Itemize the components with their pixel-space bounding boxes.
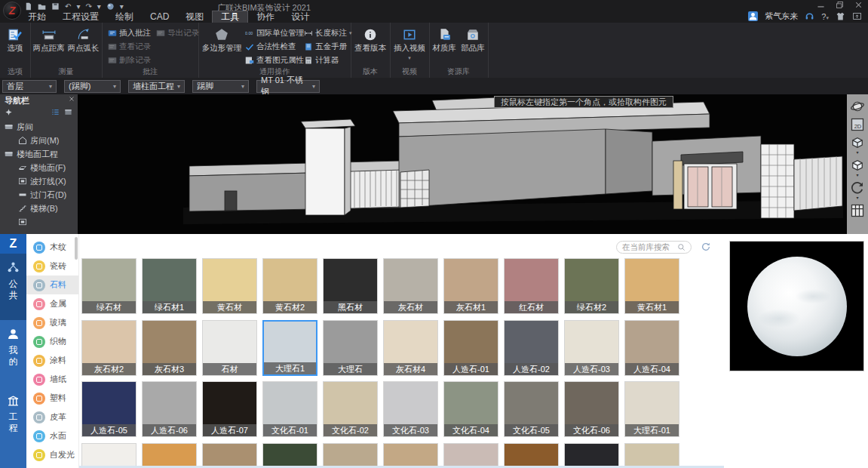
material-swatch[interactable]: 灰石材2 (81, 320, 136, 376)
material-swatch[interactable] (504, 443, 559, 468)
material-swatch[interactable]: 黄石材1 (624, 258, 679, 314)
tree-item[interactable]: 楼地面(F) (0, 161, 78, 174)
two-point-arc-button[interactable]: 两点弧长 (66, 25, 100, 70)
material-swatch[interactable]: 灰石材3 (142, 320, 197, 376)
category-金属[interactable]: 金属 (26, 294, 78, 313)
polygon-manage-button[interactable]: 多边形管理 (200, 25, 244, 70)
rail-tab-公共[interactable]: 公共 (0, 254, 26, 320)
navigator-close-icon[interactable] (69, 96, 75, 102)
material-swatch[interactable]: 人造石-07 (202, 381, 257, 437)
material-swatch[interactable]: 石材 (202, 320, 257, 376)
category-玻璃[interactable]: 玻璃 (26, 313, 78, 332)
component-library-button[interactable]: 部品库 (459, 25, 486, 70)
category-涂料[interactable]: 涂料 (26, 351, 78, 370)
material-swatch[interactable] (142, 443, 197, 468)
material-swatch[interactable]: 人造石-06 (142, 381, 197, 437)
material-swatch[interactable] (323, 443, 378, 468)
view-tool-schedule[interactable] (849, 203, 866, 218)
material-swatch[interactable] (564, 443, 619, 468)
save-icon[interactable] (51, 2, 60, 11)
theme-shirt-icon[interactable] (836, 11, 845, 21)
options-button[interactable]: 选项 (2, 25, 29, 70)
view-version-button[interactable]: 查看版本 (352, 25, 388, 70)
new-file-icon[interactable] (24, 2, 32, 11)
rail-tab-我的[interactable]: 我的 (0, 320, 26, 386)
view-tool-orbit[interactable] (849, 99, 866, 114)
material-swatch[interactable] (624, 443, 679, 468)
rail-tab-工程[interactable]: 工程 (0, 386, 26, 453)
category-瓷砖[interactable]: 瓷砖 (26, 257, 78, 276)
insert-annotation-button[interactable]: 插入批注 (108, 27, 151, 39)
material-swatch[interactable] (81, 443, 136, 468)
material-swatch[interactable]: 人造石-04 (624, 320, 679, 376)
material-swatch[interactable]: 大理石 (323, 320, 378, 376)
material-swatch[interactable]: 绿石材1 (142, 258, 197, 314)
element-props-button[interactable]: 查看图元属性 (245, 54, 304, 66)
combo-0[interactable]: 首层▾ (2, 80, 57, 93)
two-point-distance-button[interactable]: 两点距离 (32, 25, 66, 70)
material-swatch[interactable] (443, 443, 498, 468)
tree-item[interactable]: 房间(M) (0, 134, 78, 147)
material-swatch[interactable]: 人造石-05 (81, 381, 136, 437)
category-木纹[interactable]: 木纹 (26, 238, 78, 257)
category-墙纸[interactable]: 墙纸 (26, 370, 78, 389)
view-record-button[interactable]: 查看记录 (108, 41, 151, 53)
redo-dropdown-icon[interactable]: ▾ (97, 2, 101, 11)
delete-record-button[interactable]: 删除记录 (108, 54, 151, 66)
viewport-3d[interactable]: 按鼠标左键指定第一个角点，或拾取构件图元 (78, 94, 847, 234)
hardware-manual-button[interactable]: 五金手册 (304, 41, 347, 53)
material-swatch[interactable]: 文化石-04 (443, 381, 498, 437)
redo-icon[interactable]: ↷ (85, 2, 91, 11)
tree-item-partial[interactable] (0, 215, 78, 229)
material-swatch[interactable]: 大理石-01 (624, 381, 679, 437)
refresh-icon[interactable] (701, 242, 711, 252)
undo-icon[interactable]: ↶ (65, 2, 71, 11)
tree-group[interactable]: 楼地面工程 (0, 147, 78, 161)
material-swatch[interactable]: 人造石-01 (443, 320, 498, 376)
legality-check-button[interactable]: 合法性检查 (245, 41, 296, 53)
category-水面[interactable]: 水面 (26, 426, 78, 445)
nav-panel-icon[interactable] (64, 108, 72, 116)
restore-icon[interactable] (835, 0, 845, 10)
material-swatch[interactable]: 文化石-03 (383, 381, 438, 437)
material-swatch[interactable]: 黑石材 (323, 258, 378, 314)
export-record-button[interactable]: 导出记录 (156, 27, 199, 39)
material-swatch[interactable]: 文化石-06 (564, 381, 619, 437)
category-织物[interactable]: 织物 (26, 332, 78, 351)
calculator-button[interactable]: 计算器 (304, 54, 339, 66)
material-swatch[interactable]: 灰石材1 (443, 258, 498, 314)
material-swatch[interactable]: 灰石材 (383, 258, 438, 314)
combo-2[interactable]: 墙柱面工程▾ (128, 80, 185, 93)
material-swatch[interactable]: 绿石材 (81, 258, 136, 314)
customize-icon[interactable] (106, 2, 115, 11)
tree-item[interactable]: 楼梯(B) (0, 202, 78, 215)
material-swatch[interactable]: 黄石材 (202, 258, 257, 314)
category-皮革[interactable]: 皮革 (26, 408, 78, 426)
app-logo-icon[interactable]: Z (3, 2, 21, 20)
headset-icon[interactable] (805, 11, 814, 21)
search-input[interactable]: 在当前库搜索 (616, 241, 692, 254)
nav-list-icon[interactable] (51, 108, 60, 116)
combo-1[interactable]: (踢脚)▾ (64, 80, 121, 93)
material-swatch[interactable]: 文化石-05 (504, 381, 559, 437)
open-folder-icon[interactable] (38, 2, 46, 11)
panel-toggle-icon[interactable] (852, 11, 862, 21)
material-swatch[interactable]: 大理石1 (262, 320, 317, 376)
material-swatch[interactable]: 灰石材4 (383, 320, 438, 376)
nav-pin-icon[interactable] (5, 108, 13, 116)
view-tool-cube-front[interactable]: ▾ (849, 158, 866, 177)
insert-video-button[interactable]: 插入视频 ▾ (391, 25, 428, 70)
material-swatch[interactable] (202, 443, 257, 468)
close-icon[interactable] (854, 0, 863, 10)
material-swatch[interactable]: 红石材 (504, 258, 559, 314)
tree-item[interactable]: 波打线(X) (0, 174, 78, 188)
category-塑料[interactable]: 塑料 (26, 389, 78, 408)
view-tool-cube-iso[interactable]: ▾ (849, 135, 866, 155)
material-swatch[interactable]: 文化石-01 (262, 381, 317, 437)
user-name[interactable]: 紫气东来 (765, 11, 798, 22)
length-dim-button[interactable]: 长度标注▾ (304, 27, 352, 39)
help-button[interactable]: ?▾ (821, 9, 829, 23)
combo-4[interactable]: MT 01 不锈钢▾ (256, 80, 320, 93)
material-swatch[interactable] (383, 443, 438, 468)
view-tool-rotate[interactable]: ▾ (849, 180, 866, 200)
